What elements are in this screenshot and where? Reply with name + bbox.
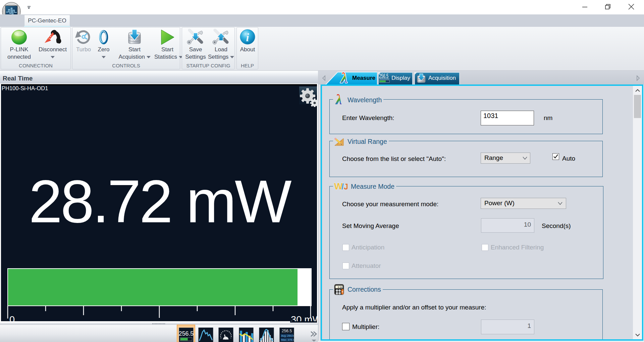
svg-text:λ: λ <box>340 72 347 85</box>
svg-text:i: i <box>246 31 249 44</box>
svg-text:Avg: 254.5: Avg: 254.5 <box>281 334 294 337</box>
svg-text:256.5: 256.5 <box>282 329 292 333</box>
svg-text:λ: λ <box>335 94 342 106</box>
svg-text:Max: 375.1: Max: 375.1 <box>281 338 294 341</box>
svg-text:256.5: 256.5 <box>379 73 388 79</box>
svg-text:3.14: 3.14 <box>337 285 342 288</box>
svg-text:J: J <box>344 182 347 191</box>
svg-text:/: / <box>341 182 344 191</box>
svg-text:256.5: 256.5 <box>179 330 194 337</box>
